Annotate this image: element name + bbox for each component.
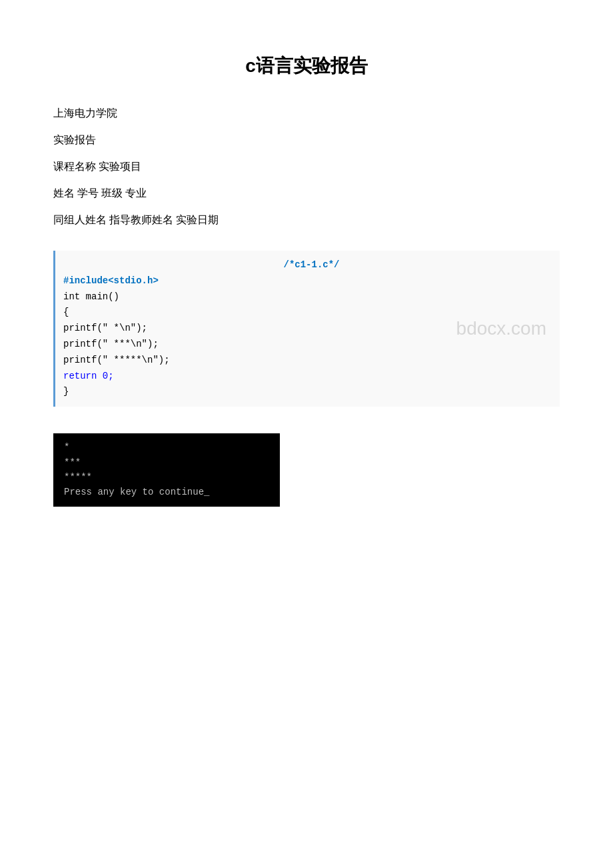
- code-block: /*c1-1.c*/ #include<stdio.h> int main() …: [53, 251, 560, 407]
- code-line-brace-open: {: [63, 305, 560, 321]
- terminal-prompt: Press any key to continue_: [64, 487, 209, 497]
- terminal-line2: ***: [64, 455, 269, 470]
- terminal-line3: *****: [64, 470, 269, 485]
- code-line-main: int main(): [63, 289, 560, 305]
- code-line-include: #include<stdio.h>: [63, 273, 560, 289]
- page-title: c语言实验报告: [53, 53, 560, 79]
- code-line-printf3: printf(" *****\n");: [63, 353, 560, 369]
- terminal-output: * *** ***** Press any key to continue_: [53, 433, 280, 507]
- info-line5: 同组人姓名 指导教师姓名 实验日期: [53, 209, 560, 231]
- code-line-brace-close: }: [63, 384, 560, 400]
- code-line-printf1: printf(" *\n");: [63, 321, 560, 337]
- terminal-line1: *: [64, 440, 269, 455]
- info-line3: 课程名称 实验项目: [53, 156, 560, 177]
- code-preprocessor: #include<stdio.h>: [63, 275, 159, 286]
- info-line4: 姓名 学号 班级 专业: [53, 183, 560, 204]
- code-line-printf2: printf(" ***\n");: [63, 337, 560, 353]
- terminal-line4: Press any key to continue_: [64, 485, 269, 499]
- info-line1: 上海电力学院: [53, 103, 560, 124]
- info-line2: 实验报告: [53, 129, 560, 151]
- code-main: int main(): [63, 291, 119, 302]
- code-line-return: return 0;: [63, 369, 560, 385]
- code-comment: /*c1-1.c*/: [63, 257, 560, 273]
